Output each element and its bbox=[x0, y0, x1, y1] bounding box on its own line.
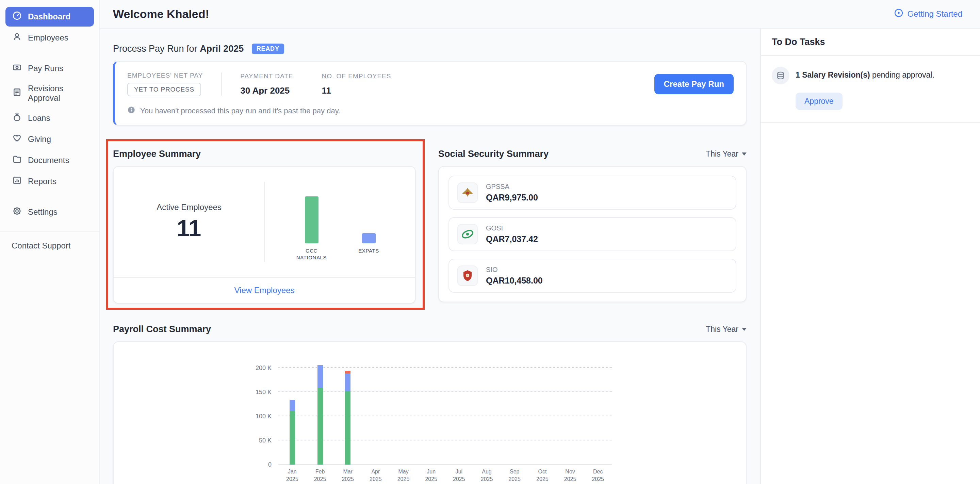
sidebar-item-giving[interactable]: Giving bbox=[5, 129, 94, 149]
pay-run-fields-row: EMPLOYEES' NET PAY YET TO PROCESS PAYMEN… bbox=[127, 72, 733, 96]
top-header: Welcome Khaled! Getting Started bbox=[100, 0, 980, 29]
social-security-filter-dropdown[interactable]: This Year bbox=[706, 150, 746, 159]
dashboard-icon bbox=[12, 11, 22, 22]
employee-summary-section: Employee Summary Active Employees 11 GCC… bbox=[113, 149, 416, 304]
chart-slot bbox=[278, 360, 306, 465]
sidebar-item-label: Documents bbox=[28, 156, 69, 165]
list-item-gpssa[interactable]: GPSSA QAR9,975.00 bbox=[449, 176, 737, 210]
employees-icon bbox=[12, 32, 22, 43]
payroll-cost-filter-dropdown[interactable]: This Year bbox=[706, 325, 746, 334]
stacked-bar bbox=[290, 400, 295, 465]
list-item-gosi[interactable]: GOSI QAR7,037.42 bbox=[449, 217, 737, 251]
sidebar-item-label: Giving bbox=[28, 134, 51, 144]
y-axis-tick-label: 150 K bbox=[256, 389, 272, 396]
payroll-y-axis: 050 K100 K150 K200 K bbox=[248, 360, 278, 465]
process-pay-run-section: Process Pay Run for April 2025 READY EMP… bbox=[113, 43, 746, 126]
sidebar-item-documents[interactable]: Documents bbox=[5, 150, 94, 170]
list-item-text: GOSI QAR7,037.42 bbox=[486, 224, 538, 244]
payroll-cost-card: 050 K100 K150 K200 K Jan2025Feb2025Mar20… bbox=[113, 341, 746, 484]
payroll-plot-column: Jan2025Feb2025Mar2025Apr2025May2025Jun20… bbox=[278, 360, 612, 483]
chart-slot bbox=[584, 360, 612, 465]
todo-task-rest: pending approval. bbox=[870, 70, 934, 79]
bar-segment-blue bbox=[345, 373, 350, 391]
vertical-divider bbox=[221, 73, 222, 96]
pay-run-note: You haven't processed this pay run and i… bbox=[127, 106, 733, 116]
payroll-cost-section: Payroll Cost Summary This Year 050 K100 … bbox=[113, 324, 746, 484]
y-axis-tick-label: 100 K bbox=[256, 413, 272, 420]
scheme-amount: QAR10,458.00 bbox=[486, 276, 543, 285]
getting-started-label: Getting Started bbox=[907, 9, 962, 19]
field-label: EMPLOYEES' NET PAY bbox=[127, 72, 203, 79]
view-employees-link[interactable]: View Employees bbox=[234, 285, 295, 295]
settings-icon bbox=[12, 206, 22, 218]
contact-support-link[interactable]: Contact Support bbox=[0, 232, 99, 260]
scheme-name: GPSSA bbox=[486, 183, 538, 191]
payroll-cost-header: Payroll Cost Summary This Year bbox=[113, 324, 746, 334]
documents-icon bbox=[12, 154, 22, 166]
sidebar-item-employees[interactable]: Employees bbox=[5, 28, 94, 48]
y-axis-tick-label: 50 K bbox=[259, 437, 272, 444]
bar-segment-green bbox=[318, 388, 323, 465]
pay-runs-icon bbox=[12, 63, 22, 74]
pay-run-title-prefix: Process Pay Run for bbox=[113, 43, 197, 54]
chart-slot bbox=[334, 360, 362, 465]
payroll-x-labels: Jan2025Feb2025Mar2025Apr2025May2025Jun20… bbox=[278, 468, 612, 483]
sidebar-item-pay-runs[interactable]: Pay Runs bbox=[5, 59, 94, 78]
stacked-bar bbox=[318, 365, 323, 465]
employee-count-field: NO. OF EMPLOYEES 11 bbox=[321, 73, 391, 96]
active-employees-label: Active Employees bbox=[156, 202, 221, 212]
x-axis-tick-label: Dec2025 bbox=[584, 468, 612, 483]
field-value: 30 Apr 2025 bbox=[240, 86, 293, 96]
field-label: NO. OF EMPLOYEES bbox=[321, 73, 391, 80]
employee-summary-title: Employee Summary bbox=[113, 149, 416, 159]
gosi-icon bbox=[457, 224, 478, 244]
reports-icon bbox=[12, 176, 22, 187]
sidebar: Dashboard Employees Pay Runs Revisions A… bbox=[0, 0, 100, 484]
scheme-name: GOSI bbox=[486, 224, 538, 232]
chart-slot bbox=[306, 360, 334, 465]
list-item-text: SIO QAR10,458.00 bbox=[486, 266, 543, 285]
pay-run-heading: Process Pay Run for April 2025 READY bbox=[113, 43, 746, 54]
mini-bar-label: EXPATS bbox=[358, 247, 379, 254]
field-label: PAYMENT DATE bbox=[240, 73, 293, 80]
coins-icon bbox=[772, 67, 789, 84]
mini-bar bbox=[305, 196, 318, 244]
create-pay-run-button[interactable]: Create Pay Run bbox=[654, 74, 733, 94]
sidebar-item-label: Settings bbox=[28, 207, 57, 217]
sidebar-item-label: Loans bbox=[28, 113, 50, 123]
getting-started-link[interactable]: Getting Started bbox=[894, 8, 962, 20]
x-axis-tick-label: Jun2025 bbox=[417, 468, 445, 483]
status-badge: READY bbox=[252, 43, 284, 54]
sidebar-item-revisions-approval[interactable]: Revisions Approval bbox=[5, 80, 94, 107]
x-axis-tick-label: Apr2025 bbox=[362, 468, 390, 483]
payroll-cost-title: Payroll Cost Summary bbox=[113, 324, 211, 334]
scheme-amount: QAR9,975.00 bbox=[486, 193, 538, 202]
play-circle-icon bbox=[894, 8, 904, 20]
revisions-approval-icon bbox=[12, 88, 22, 99]
bar-segment-green bbox=[345, 391, 350, 465]
nav-group-gap bbox=[5, 193, 94, 202]
sio-icon bbox=[457, 266, 478, 286]
yet-to-process-badge: YET TO PROCESS bbox=[127, 83, 201, 96]
sidebar-item-loans[interactable]: Loans bbox=[5, 108, 94, 128]
employee-summary-card: Active Employees 11 GCC NATIONALSEXPATS … bbox=[113, 166, 416, 304]
scheme-amount: QAR7,037.42 bbox=[486, 234, 538, 244]
x-axis-tick-label: Sep2025 bbox=[501, 468, 528, 483]
sidebar-item-label: Reports bbox=[28, 177, 56, 186]
bar-segment-green bbox=[290, 411, 295, 465]
list-item-sio[interactable]: SIO QAR10,458.00 bbox=[449, 259, 737, 293]
approve-button[interactable]: Approve bbox=[795, 92, 843, 110]
chart-slot bbox=[556, 360, 584, 465]
payroll-plot bbox=[278, 360, 612, 465]
sidebar-item-settings[interactable]: Settings bbox=[5, 202, 94, 222]
sidebar-item-dashboard[interactable]: Dashboard bbox=[5, 7, 94, 27]
chart-slot bbox=[528, 360, 556, 465]
uae-emblem-icon bbox=[457, 182, 478, 203]
x-axis-tick-label: Jul2025 bbox=[445, 468, 473, 483]
payment-date-field: PAYMENT DATE 30 Apr 2025 bbox=[240, 73, 293, 96]
sidebar-item-reports[interactable]: Reports bbox=[5, 172, 94, 191]
x-axis-tick-label: Jan2025 bbox=[278, 468, 306, 483]
sidebar-item-label: Employees bbox=[28, 33, 68, 43]
pay-run-note-text: You haven't processed this pay run and i… bbox=[140, 107, 340, 115]
x-axis-tick-label: May2025 bbox=[390, 468, 417, 483]
